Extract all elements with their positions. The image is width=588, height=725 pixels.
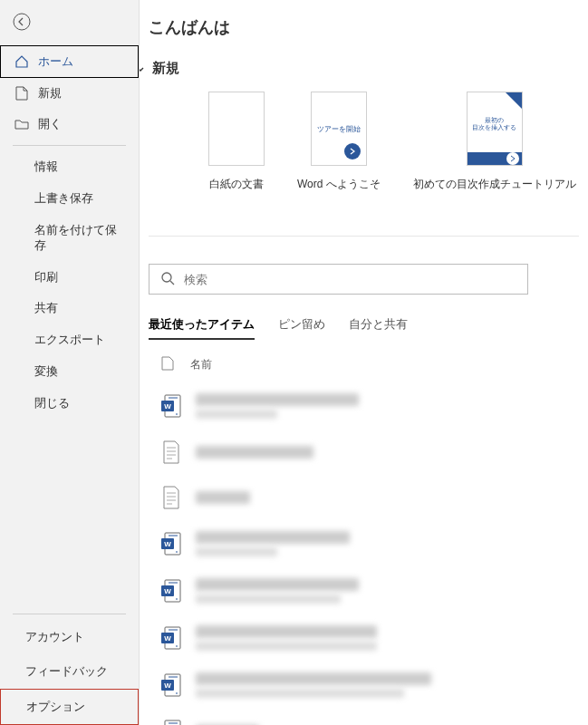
template-row: 白紙の文書 ツアーを開始 Word へようこそ 最初の 目次を挿入する [208, 92, 579, 192]
chevron-down-icon [140, 63, 147, 75]
home-icon [14, 54, 29, 69]
template-toc-thumb: 最初の 目次を挿入する [467, 92, 523, 166]
word-file-icon: W [161, 673, 181, 697]
file-row[interactable]: W [149, 567, 588, 614]
tabs: 最近使ったアイテム ピン留め 自分と共有 [149, 316, 588, 340]
template-toc[interactable]: 最初の 目次を挿入する 初めての目次作成チュートリアル [413, 92, 576, 192]
file-name-redacted [196, 491, 250, 504]
sidebar-item-print[interactable]: 印刷 [0, 262, 139, 294]
template-toc-thumb-l2: 目次を挿入する [472, 124, 516, 130]
sidebar-item-transform[interactable]: 変換 [0, 356, 139, 388]
arrow-right-icon [506, 152, 519, 165]
file-name-redacted [196, 578, 359, 604]
sidebar-item-feedback[interactable]: フィードバック [0, 654, 139, 689]
file-row[interactable]: W [149, 614, 588, 662]
sidebar-item-new[interactable]: 新規 [0, 78, 139, 109]
file-row[interactable] [149, 475, 588, 520]
greeting-text: こんばんは [149, 16, 588, 38]
sidebar: ホーム 新規 開く 情報 上書き保存 名前を付けて保存 印刷 共有 エクスポート… [0, 0, 140, 725]
search-icon [160, 271, 175, 288]
template-welcome-thumb: ツアーを開始 [311, 92, 367, 166]
sidebar-label-home: ホーム [38, 53, 73, 70]
sidebar-item-info[interactable]: 情報 [0, 151, 139, 183]
svg-text:W: W [164, 402, 171, 411]
file-row[interactable]: W [149, 662, 588, 709]
file-row[interactable]: W [149, 382, 588, 430]
template-toc-label: 初めての目次作成チュートリアル [413, 177, 576, 192]
svg-text:W: W [164, 634, 171, 643]
word-file-icon: W [161, 579, 181, 603]
search-input[interactable] [184, 273, 516, 286]
word-file-icon: W [161, 626, 181, 650]
svg-point-1 [162, 273, 171, 282]
sidebar-item-open[interactable]: 開く [0, 109, 139, 140]
template-toc-thumb-l1: 最初の [485, 117, 504, 123]
back-button[interactable] [7, 7, 36, 36]
tab-recent[interactable]: 最近使ったアイテム [149, 316, 255, 340]
corner-fold-icon [506, 92, 522, 109]
template-blank-label: 白紙の文書 [209, 177, 264, 192]
file-row[interactable]: W [149, 709, 588, 725]
doc-icon [161, 356, 174, 373]
template-welcome-label: Word へようこそ [297, 177, 381, 192]
search-box[interactable] [149, 264, 528, 295]
sidebar-item-saveas[interactable]: 名前を付けて保存 [0, 215, 139, 262]
sidebar-item-home[interactable]: ホーム [0, 45, 139, 78]
section-new-header[interactable]: 新規 [140, 60, 588, 77]
template-blank[interactable]: 白紙の文書 [208, 92, 265, 192]
sidebar-item-close[interactable]: 閉じる [0, 388, 139, 420]
sidebar-label-open: 開く [38, 116, 62, 132]
arrow-right-icon [344, 143, 361, 160]
word-file-icon: W [161, 720, 181, 725]
sidebar-item-options[interactable]: オプション [0, 689, 139, 725]
sidebar-item-export[interactable]: エクスポート [0, 324, 139, 356]
list-header: 名前 [161, 356, 588, 373]
sidebar-label-new: 新規 [38, 85, 62, 102]
sidebar-item-share[interactable]: 共有 [0, 293, 139, 324]
svg-text:W: W [164, 682, 171, 690]
file-list: W W W W W [149, 382, 588, 725]
divider [13, 145, 126, 146]
section-new-title: 新規 [152, 60, 179, 77]
svg-text:W: W [164, 587, 171, 595]
new-doc-icon [14, 86, 29, 101]
back-arrow-icon [13, 13, 31, 31]
template-welcome-thumb-text: ツアーを開始 [317, 124, 361, 134]
file-name-redacted [196, 531, 350, 556]
svg-text:W: W [164, 540, 171, 548]
tab-pinned[interactable]: ピン留め [278, 316, 325, 340]
svg-point-0 [14, 14, 30, 30]
word-file-icon: W [161, 394, 181, 418]
file-row[interactable] [149, 430, 588, 475]
divider [13, 614, 126, 614]
file-name-redacted [196, 393, 359, 419]
tab-shared[interactable]: 自分と共有 [349, 316, 408, 340]
template-welcome[interactable]: ツアーを開始 Word へようこそ [297, 92, 381, 192]
column-name: 名前 [190, 357, 212, 372]
folder-open-icon [14, 117, 29, 131]
main-area: こんばんは 新規 白紙の文書 ツアーを開始 Word へようこそ [140, 0, 588, 725]
text-file-icon [161, 440, 181, 464]
sidebar-item-account[interactable]: アカウント [0, 620, 139, 654]
word-file-icon: W [161, 532, 181, 556]
sidebar-item-save[interactable]: 上書き保存 [0, 183, 139, 215]
file-name-redacted [196, 446, 313, 459]
file-name-redacted [196, 672, 431, 698]
file-row[interactable]: W [149, 520, 588, 567]
text-file-icon [161, 486, 181, 509]
file-name-redacted [196, 625, 377, 651]
template-blank-thumb [208, 92, 265, 166]
